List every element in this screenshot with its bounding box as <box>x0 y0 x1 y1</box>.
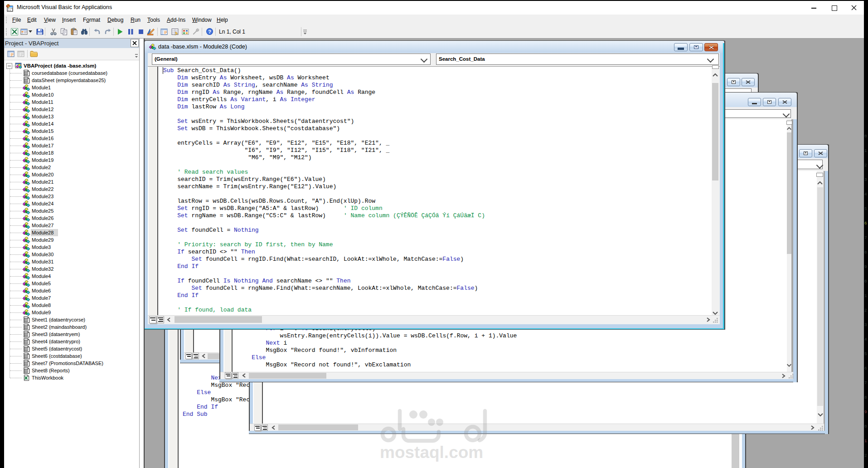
svg-text:?: ? <box>208 29 211 34</box>
svg-text:mostaql.com: mostaql.com <box>380 443 483 462</box>
